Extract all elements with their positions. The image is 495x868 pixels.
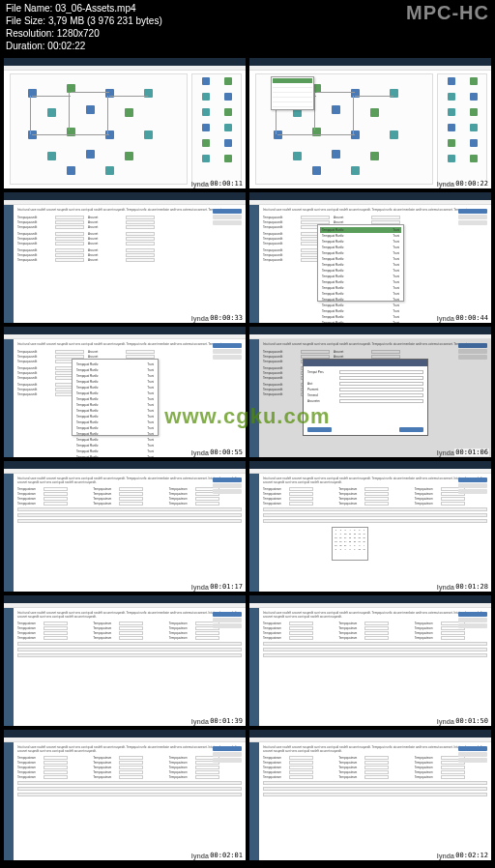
watermark-lynda: lynda	[191, 718, 209, 725]
thumbnail[interactable]: Intuit and save navleft arcunet naspedit…	[4, 327, 246, 457]
timestamp: 00:00:22	[454, 180, 489, 188]
thumbnail[interactable]: Intuit and save navleft arcunet naspedit…	[4, 595, 246, 726]
watermark-lynda: lynda	[191, 181, 209, 188]
timestamp: 00:02:01	[209, 852, 244, 859]
resolution-label: Resolution:	[6, 28, 54, 39]
watermark-lynda: lynda	[437, 584, 454, 591]
filesize-label: File Size:	[6, 15, 45, 26]
watermark-lynda: lynda	[191, 449, 209, 456]
filename-value: 03_06-Assets.mp4	[55, 3, 135, 14]
timestamp: 00:00:55	[209, 448, 244, 456]
watermark-lynda: lynda	[191, 584, 209, 591]
duration-value: 00:02:22	[47, 41, 85, 51]
filename-label: File Name:	[6, 3, 52, 14]
timestamp: 00:00:33	[209, 314, 244, 322]
thumbnail[interactable]: Intuit and save navleft arcunet naspedit…	[249, 595, 491, 726]
app-name: MPC-HC	[406, 2, 489, 24]
resolution-value: 1280x720	[57, 28, 100, 39]
duration-label: Duration:	[6, 41, 45, 51]
thumbnail-grid: lynda00:00:11lynda00:00:22Intuit and sav…	[0, 54, 495, 864]
timestamp: 00:01:39	[209, 717, 244, 725]
watermark-lynda: lynda	[437, 718, 454, 725]
thumbnail[interactable]: lynda00:00:22	[249, 58, 491, 188]
timestamp: 00:01:28	[454, 583, 489, 591]
thumbnail[interactable]: lynda00:00:11	[4, 58, 246, 188]
watermark-lynda: lynda	[437, 449, 454, 456]
timestamp: 00:00:44	[454, 314, 489, 322]
thumbnail[interactable]: Intuit and save navleft arcunet naspedit…	[249, 327, 491, 457]
thumbnail[interactable]: Intuit and save navleft arcunet naspedit…	[4, 730, 246, 860]
watermark-lynda: lynda	[437, 315, 454, 322]
thumbnail[interactable]: Intuit and save navleft arcunet naspedit…	[249, 461, 491, 592]
watermark-lynda: lynda	[191, 315, 209, 322]
thumbnail[interactable]: Intuit and save navleft arcunet naspedit…	[249, 192, 491, 323]
watermark-lynda: lynda	[437, 181, 454, 188]
watermark-lynda: lynda	[191, 853, 209, 859]
thumbnail[interactable]: Intuit and save navleft arcunet naspedit…	[4, 192, 246, 323]
timestamp: 00:00:11	[209, 180, 244, 188]
filesize-value: 3,79 MB (3 976 231 bytes)	[48, 15, 162, 26]
timestamp: 00:01:06	[454, 448, 489, 456]
timestamp: 00:01:17	[209, 583, 244, 591]
thumbnail[interactable]: Intuit and save navleft arcunet naspedit…	[249, 730, 491, 860]
watermark-lynda: lynda	[437, 853, 454, 859]
thumbnail[interactable]: Intuit and save navleft arcunet naspedit…	[4, 461, 246, 592]
timestamp: 00:02:12	[454, 852, 489, 859]
timestamp: 00:01:50	[454, 717, 489, 725]
